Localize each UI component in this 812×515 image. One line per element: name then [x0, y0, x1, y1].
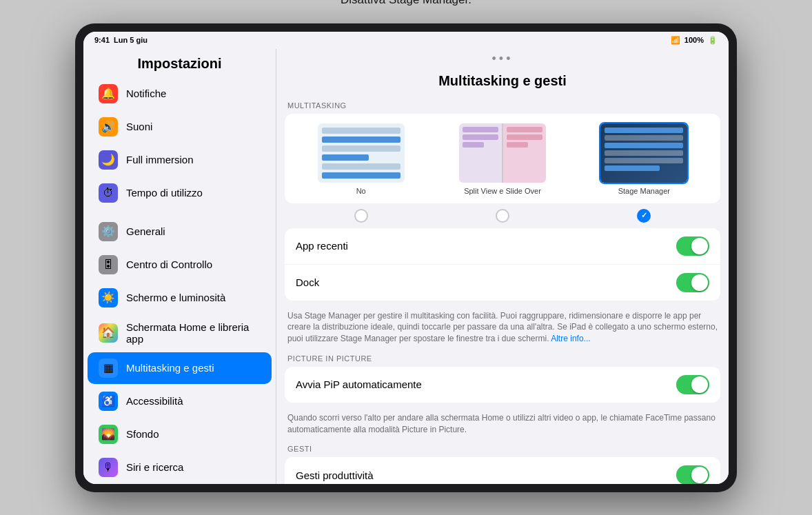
sidebar-item-label: Full immersion — [126, 154, 194, 165]
radio-no[interactable] — [354, 209, 368, 223]
radio-row — [285, 206, 720, 228]
toggle-dock[interactable] — [676, 273, 709, 292]
sidebar-item-fullimmersion[interactable]: 🌙 Full immersion — [88, 144, 272, 176]
mt-label-no: No — [356, 187, 366, 195]
toggle-row-gesti: Gesti produttività — [285, 457, 720, 483]
schermo-icon: ☀️ — [99, 288, 118, 307]
mt-thumbnail-splitview — [458, 122, 547, 184]
sidebar-item-label: Siri e ricerca — [126, 461, 183, 473]
tempodutilizzo-icon: ⏱ — [99, 183, 118, 203]
radio-split[interactable] — [496, 209, 509, 223]
mt-label-stagemanager: Stage Manager — [618, 187, 670, 195]
sidebar-item-label: Schermo e luminosità — [126, 292, 225, 303]
detail-top-bar: ••• — [276, 49, 729, 69]
sidebar-item-label: Schermata Home e libreria app — [126, 321, 261, 345]
altre-info-link[interactable]: Altre info... — [551, 334, 590, 343]
sidebar-item-label: Generali — [126, 225, 165, 237]
sidebar-item-label: Notifiche — [126, 88, 166, 99]
wifi-icon: 📶 — [671, 36, 680, 45]
radio-wrapper-no — [316, 209, 406, 223]
toggle-row-dock: Dock — [285, 265, 720, 301]
multitasking-icon: ▦ — [99, 359, 118, 378]
pip-description: Quando scorri verso l'alto per andare al… — [276, 408, 729, 443]
sidebar-item-tempodutilizzo[interactable]: ⏱ Tempo di utilizzo — [88, 177, 272, 209]
siri-icon: 🎙 — [99, 458, 118, 477]
section-multitasking-label: MULTITASKING — [276, 101, 729, 114]
radio-wrapper-split — [458, 209, 547, 223]
sidebar-item-centrodicontrollo[interactable]: 🎛 Centro di Controllo — [88, 249, 272, 281]
mt-option-no[interactable]: No — [316, 122, 406, 195]
main-content: Impostazioni 🔔 Notifiche 🔊 Suoni 🌙 Full … — [83, 49, 729, 484]
status-right: 📶 100% 🔋 — [671, 36, 718, 45]
sidebar: Impostazioni 🔔 Notifiche 🔊 Suoni 🌙 Full … — [83, 49, 276, 484]
sidebar-item-schermo[interactable]: ☀️ Schermo e luminosità — [88, 282, 272, 314]
toggle-gesti[interactable] — [676, 465, 709, 483]
toggle-row-pip: Avvia PiP automaticamente — [285, 367, 720, 403]
sidebar-item-multitasking[interactable]: ▦ Multitasking e gesti — [88, 352, 272, 384]
sidebar-item-label: Sfondo — [126, 428, 159, 440]
gesti-card: Gesti produttività — [285, 457, 720, 483]
battery-label: 100% — [684, 36, 704, 44]
dots-menu[interactable]: ••• — [492, 52, 514, 66]
sidebar-item-schermata[interactable]: 🏠 Schermata Home e libreria app — [88, 315, 272, 351]
mt-thumbnail-stagemanager — [599, 122, 689, 184]
battery-icon: 🔋 — [708, 36, 718, 45]
sidebar-item-sfondo[interactable]: 🌄 Sfondo — [88, 418, 272, 450]
mt-option-stagemanager[interactable]: Stage Manager — [599, 122, 689, 195]
ipad-screen: 9:41 Lun 5 giu 📶 100% 🔋 Impostazioni 🔔 — [83, 32, 729, 484]
pip-card: Avvia PiP automaticamente — [285, 367, 720, 403]
multitasking-options: No — [285, 114, 720, 203]
sidebar-item-label: Tempo di utilizzo — [126, 187, 203, 199]
toggle-label-pip: Avvia PiP automaticamente — [296, 378, 422, 390]
sidebar-item-accessibilita[interactable]: ♿ Accessibilità — [88, 385, 272, 417]
detail-panel: ••• Multitasking e gesti MULTITASKING — [276, 49, 729, 484]
sidebar-item-label: Centro di Controllo — [126, 259, 212, 270]
sidebar-item-generali[interactable]: ⚙️ Generali — [88, 216, 272, 248]
toggle-row-apprecenti: App recenti — [285, 228, 720, 265]
toggle-label-gesti: Gesti produttività — [296, 469, 374, 481]
toggles-card: App recenti Dock — [285, 228, 720, 301]
ipad-frame: 9:41 Lun 5 giu 📶 100% 🔋 Impostazioni 🔔 — [75, 23, 737, 492]
toggle-pip[interactable] — [676, 375, 709, 394]
notifiche-icon: 🔔 — [99, 84, 118, 103]
radio-wrapper-stage — [599, 209, 689, 223]
centrodicontrollo-icon: 🎛 — [99, 255, 118, 274]
sidebar-title: Impostazioni — [83, 49, 276, 77]
sidebar-item-label: Accessibilità — [126, 395, 183, 407]
fullimmersion-icon: 🌙 — [99, 150, 118, 170]
radio-stage[interactable] — [637, 209, 651, 223]
annotation-top: Disattiva Stage Manager. — [341, 0, 471, 7]
stage-description: Usa Stage Manager per gestire il multita… — [276, 306, 729, 352]
sfondo-icon: 🌄 — [99, 425, 118, 444]
sidebar-item-label: Multitasking e gesti — [126, 362, 214, 374]
section-pip-label: PICTURE IN PICTURE — [276, 354, 729, 367]
schermata-icon: 🏠 — [99, 323, 118, 343]
mt-label-splitview: Split View e Slide Over — [464, 187, 541, 195]
toggle-label-apprecenti: App recenti — [296, 240, 348, 252]
sidebar-item-notifiche[interactable]: 🔔 Notifiche — [88, 78, 272, 110]
mt-thumbnail-no — [316, 122, 406, 184]
detail-title: Multitasking e gesti — [276, 69, 729, 99]
status-left: 9:41 Lun 5 giu — [94, 36, 148, 44]
sidebar-item-suoni[interactable]: 🔊 Suoni — [88, 111, 272, 143]
accessibilita-icon: ♿ — [99, 392, 118, 411]
mt-option-splitview[interactable]: Split View e Slide Over — [458, 122, 547, 195]
date: Lun 5 giu — [114, 36, 148, 44]
time: 9:41 — [94, 36, 110, 44]
sidebar-item-label: Suoni — [126, 121, 152, 132]
toggle-label-dock: Dock — [296, 276, 319, 288]
generali-icon: ⚙️ — [99, 222, 118, 241]
sidebar-item-siriricerca[interactable]: 🎙 Siri e ricerca — [88, 452, 272, 483]
section-gesti-label: GESTI — [276, 445, 729, 457]
status-bar: 9:41 Lun 5 giu 📶 100% 🔋 — [83, 32, 729, 49]
suoni-icon: 🔊 — [99, 117, 118, 137]
toggle-apprecenti[interactable] — [676, 236, 709, 256]
